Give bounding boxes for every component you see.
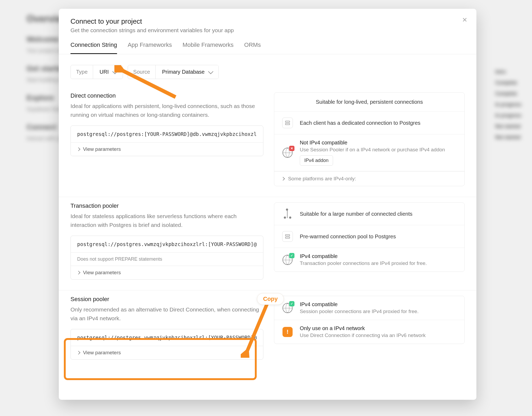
transaction-connection-string-box: postgresql://postgres.vwmzqjvkpbzcihoxzl… (70, 236, 263, 280)
check-badge-icon: ✓ (289, 301, 294, 306)
session-title: Session pooler (70, 296, 263, 303)
modal-subtitle: Get the connection strings and environme… (70, 27, 465, 34)
session-ipv4-title: IPv4 compatible (300, 301, 419, 307)
tab-mobile-frameworks[interactable]: Mobile Frameworks (182, 41, 234, 54)
session-desc: Only recommended as an alternative to Di… (70, 305, 263, 323)
direct-info-dedicated: Each client has a dedicated connection t… (300, 120, 421, 126)
transaction-ipv4-sub: Transaction pooler connections are IPv4 … (300, 260, 427, 266)
direct-ipv4-sub: Use Session Pooler if on a IPv4 network … (300, 147, 445, 152)
transaction-info-card: Suitable for a large number of connected… (274, 202, 465, 272)
x-badge-icon: ✕ (289, 146, 294, 151)
session-view-parameters[interactable]: View parameters (71, 346, 263, 359)
direct-view-parameters[interactable]: View parameters (71, 143, 263, 156)
chevron-right-icon (77, 351, 80, 355)
transaction-info-clients: Suitable for a large number of connected… (300, 211, 413, 217)
chevron-right-icon (77, 147, 80, 151)
session-connection-string-box: postgresql://postgres.vwmzqjvkpbzcihoxzl… (70, 329, 263, 360)
direct-info-suitable: Suitable for long-lived, persistent conn… (316, 99, 423, 105)
transaction-pooler-section: Transaction pooler Ideal for stateless a… (59, 197, 476, 290)
check-badge-icon: ✓ (289, 253, 294, 258)
chevron-down-icon (112, 69, 118, 74)
svg-rect-3 (285, 237, 290, 238)
transaction-view-parameters[interactable]: View parameters (71, 266, 263, 279)
session-ipv4only-sub: Use Direct Connection if connecting via … (300, 332, 426, 338)
tab-connection-string[interactable]: Connection String (70, 41, 117, 54)
direct-ipv4-title: Not IPv4 compatible (300, 140, 445, 146)
direct-desc: Ideal for applications with persistent, … (70, 102, 263, 119)
chevron-down-icon (208, 69, 213, 74)
database-icon (282, 231, 293, 242)
type-dropdown[interactable]: URI (93, 65, 122, 79)
transaction-desc: Ideal for stateless applications like se… (70, 212, 263, 229)
source-selector: Source Primary Database (128, 65, 219, 79)
session-ipv4-sub: Session pooler connections are IPv4 prox… (300, 309, 419, 314)
session-ipv4only-title: Only use on a IPv4 network (300, 325, 426, 331)
clients-icon (282, 209, 293, 219)
chevron-right-icon (281, 177, 285, 181)
chevron-right-icon (77, 271, 80, 274)
tabs: Connection String App Frameworks Mobile … (59, 41, 476, 54)
type-label: Type (71, 65, 93, 79)
copy-annotation-label: Copy (257, 293, 284, 305)
transaction-info-pool: Pre-warmed connection pool to Postgres (300, 234, 396, 240)
connect-modal: ✕ Connect to your project Get the connec… (59, 9, 476, 400)
transaction-note: Does not support PREPARE statements (71, 253, 263, 266)
direct-title: Direct connection (70, 92, 263, 99)
direct-info-card: Suitable for long-lived, persistent conn… (274, 92, 465, 186)
modal-title: Connect to your project (70, 17, 465, 26)
platforms-expand[interactable]: Some platforms are IPv4-only: (274, 171, 464, 186)
session-info-card: ✓ IPv4 compatible Session pooler connect… (274, 296, 465, 344)
warning-icon: ! (282, 327, 293, 337)
type-selector: Type URI (70, 65, 123, 79)
svg-rect-2 (285, 235, 290, 236)
tab-orms[interactable]: ORMs (244, 41, 261, 54)
transaction-connection-string[interactable]: postgresql://postgres.vwmzqjvkpbzcihoxzl… (71, 236, 263, 253)
ipv4-addon-button[interactable]: IPv4 addon (300, 155, 333, 166)
svg-rect-0 (285, 121, 290, 122)
transaction-title: Transaction pooler (70, 202, 263, 209)
source-label: Source (128, 65, 156, 79)
session-connection-string[interactable]: postgresql://postgres.vwmzqjvkpbzcihoxzl… (71, 329, 263, 346)
database-icon (282, 118, 293, 128)
tab-app-frameworks[interactable]: App Frameworks (128, 41, 172, 54)
svg-rect-1 (285, 123, 290, 125)
close-button[interactable]: ✕ (460, 16, 469, 24)
source-dropdown[interactable]: Primary Database (156, 65, 218, 79)
direct-connection-string[interactable]: postgresql://postgres:[YOUR-PASSWORD]@db… (71, 126, 263, 143)
direct-connection-string-box: postgresql://postgres:[YOUR-PASSWORD]@db… (70, 126, 263, 156)
direct-connection-section: Direct connection Ideal for applications… (59, 87, 476, 197)
transaction-ipv4-title: IPv4 compatible (300, 253, 427, 259)
